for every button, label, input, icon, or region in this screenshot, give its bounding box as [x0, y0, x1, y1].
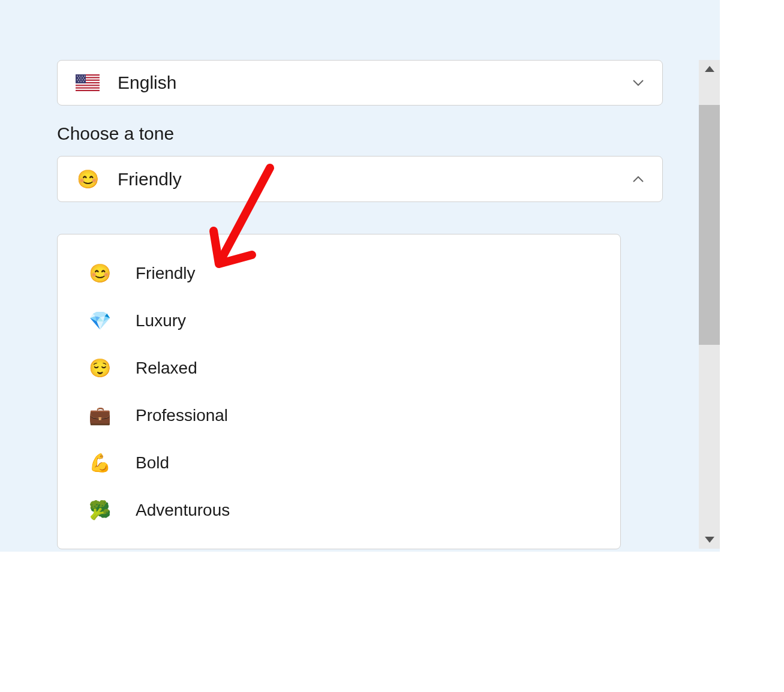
- tone-select-value: 😊 Friendly: [76, 169, 182, 189]
- us-flag-icon: [76, 74, 100, 91]
- smiling-face-icon: 😊: [88, 263, 112, 284]
- svg-point-10: [82, 76, 83, 77]
- language-select-value: English: [76, 73, 176, 93]
- tone-option-bold[interactable]: 💪 Bold: [58, 439, 620, 486]
- svg-point-15: [77, 79, 78, 80]
- svg-point-9: [79, 76, 80, 77]
- svg-point-20: [80, 81, 82, 82]
- language-select[interactable]: English: [57, 60, 663, 106]
- svg-rect-7: [76, 74, 86, 83]
- broccoli-icon: 🥦: [88, 500, 112, 520]
- tone-option-label: Friendly: [136, 264, 196, 283]
- vertical-scrollbar[interactable]: [696, 0, 720, 552]
- tone-section-label: Choose a tone: [57, 124, 663, 144]
- svg-point-21: [83, 81, 84, 82]
- svg-point-11: [84, 76, 85, 77]
- tone-option-label: Professional: [136, 406, 228, 425]
- tone-option-adventurous[interactable]: 🥦 Adventurous: [58, 486, 620, 534]
- next-section-label-partial: [57, 214, 663, 226]
- svg-point-16: [79, 79, 80, 80]
- tone-option-relaxed[interactable]: 😌 Relaxed: [58, 344, 620, 392]
- svg-point-14: [83, 77, 84, 79]
- tone-option-label: Adventurous: [136, 501, 230, 520]
- tone-selected-text: Friendly: [118, 169, 182, 189]
- tone-option-label: Relaxed: [136, 359, 197, 378]
- triangle-down-icon: [705, 537, 714, 543]
- scrollbar-thumb[interactable]: [699, 105, 720, 345]
- settings-panel: English Choose a tone 😊 Friendly 😊 Frie: [0, 0, 720, 552]
- tone-option-label: Luxury: [136, 311, 186, 330]
- tone-option-luxury[interactable]: 💎 Luxury: [58, 297, 620, 344]
- svg-point-12: [78, 77, 79, 79]
- tone-select[interactable]: 😊 Friendly: [57, 156, 663, 202]
- scroll-down-button[interactable]: [699, 531, 720, 549]
- relieved-face-icon: 😌: [88, 357, 112, 378]
- tone-option-label: Bold: [136, 453, 169, 473]
- triangle-up-icon: [705, 66, 714, 72]
- svg-rect-6: [76, 89, 100, 90]
- svg-point-18: [84, 79, 85, 80]
- tone-dropdown-menu: 😊 Friendly 💎 Luxury 😌 Relaxed 💼 Professi…: [57, 234, 621, 549]
- scroll-up-button[interactable]: [699, 60, 720, 78]
- svg-point-8: [77, 76, 78, 77]
- chevron-down-icon: [632, 79, 644, 86]
- flexed-biceps-icon: 💪: [88, 452, 112, 473]
- briefcase-icon: 💼: [88, 405, 112, 426]
- tone-option-friendly[interactable]: 😊 Friendly: [58, 249, 620, 297]
- svg-point-13: [80, 77, 82, 79]
- svg-rect-4: [76, 83, 100, 85]
- smiling-face-icon: 😊: [76, 169, 100, 189]
- chevron-up-icon: [632, 176, 644, 183]
- svg-point-17: [82, 79, 83, 80]
- content-area: English Choose a tone 😊 Friendly 😊 Frie: [0, 0, 720, 226]
- gem-icon: 💎: [88, 310, 112, 331]
- language-selected-text: English: [118, 73, 176, 93]
- tone-option-professional[interactable]: 💼 Professional: [58, 392, 620, 439]
- svg-rect-5: [76, 86, 100, 87]
- svg-point-19: [78, 81, 79, 82]
